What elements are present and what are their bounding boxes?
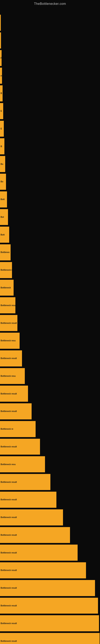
bar-text: Bottlenec xyxy=(0,251,10,253)
bar-row: Bottleneck result xyxy=(0,315,100,331)
bar-text: Bottleneck result xyxy=(0,569,17,571)
bar: B xyxy=(0,85,2,102)
bar-text: F xyxy=(0,57,1,59)
page-wrapper: TheBottlenecker.com FmBEEBBoBoBottBotBot… xyxy=(0,0,100,644)
bar: Bott xyxy=(0,226,9,243)
bar-text: E xyxy=(0,110,2,112)
bar-text: Bottleneck result xyxy=(0,534,17,536)
bar-text: Bottleneck result xyxy=(0,446,17,448)
bar: Bottleneck result xyxy=(0,350,22,366)
bar: Bottleneck resu xyxy=(0,456,45,472)
bar-text: Bottleneck resu xyxy=(0,463,16,466)
bar-text: Bottleneck resu xyxy=(0,340,16,342)
bar: Bottleneck result xyxy=(0,562,86,578)
bar xyxy=(0,15,1,31)
chart-area: FmBEEBBoBoBottBotBottBottlenecBottleneck… xyxy=(0,7,100,644)
bar-row: Bottleneck result xyxy=(0,439,100,455)
bar-row: B xyxy=(0,138,100,154)
bar-text: B xyxy=(0,145,2,148)
bar xyxy=(0,32,1,48)
bar: Bottleneck result xyxy=(0,544,78,561)
bar-row xyxy=(0,15,100,31)
bar-row: E xyxy=(0,121,100,137)
bar: Bottleneck resu xyxy=(0,333,20,349)
bar-row: Bottleneck result xyxy=(0,527,100,543)
bar-text: Bottleneck result xyxy=(0,640,17,642)
bar: Bottleneck result xyxy=(0,315,17,331)
bar: Bottleneck result xyxy=(0,386,28,402)
bar-row: Bottleneck result xyxy=(0,615,100,631)
bar-row xyxy=(0,32,100,48)
bar: B xyxy=(0,138,4,154)
bar-row: Bottleneck result xyxy=(0,386,100,402)
bar: E xyxy=(0,103,3,119)
bar-row: Bottleneck result xyxy=(0,562,100,578)
bar-row: Bottleneck xyxy=(0,280,100,296)
bar-text: Bottleneck re xyxy=(0,428,13,430)
bar-text: Bottleneck result xyxy=(0,357,17,360)
bar: Bottleneck resu xyxy=(0,297,15,313)
bar-row: Bottleneck result xyxy=(0,492,100,508)
bar-row: Bottleneck result xyxy=(0,633,100,644)
bar-text: Bottleneck result xyxy=(0,604,17,607)
bar: Bottleneck result xyxy=(0,492,56,508)
bar-row: Bottleneck result xyxy=(0,474,100,490)
bar-text: Bottleneck result xyxy=(0,622,17,624)
bar-text: Bottleneck resu xyxy=(0,375,16,377)
bar-text: Bottleneck result xyxy=(0,393,17,395)
bar-text: Bottleneck result xyxy=(0,552,17,554)
bar-text: m xyxy=(0,75,2,77)
bar: Bottleneck re xyxy=(0,262,12,278)
bar-text: Bott xyxy=(0,198,4,200)
bar: Bottleneck result xyxy=(0,527,70,543)
bar-text: Bo xyxy=(0,180,3,183)
bar: Bottlenec xyxy=(0,244,11,260)
bar: Bottleneck result xyxy=(0,615,99,631)
bar-text: Bottleneck xyxy=(0,286,11,289)
bar: Bottleneck result xyxy=(0,633,100,644)
bar: Bottleneck xyxy=(0,280,14,296)
bar-row: Bottleneck result xyxy=(0,598,100,614)
bar-row: Bo xyxy=(0,174,100,190)
bar-row: Bottleneck resu xyxy=(0,297,100,313)
bar: Bottleneck result xyxy=(0,439,40,455)
bar: Bo xyxy=(0,156,5,172)
bar-row: Bottlenec xyxy=(0,244,100,260)
bar-row: Bottleneck result xyxy=(0,544,100,561)
bar: F xyxy=(0,50,1,66)
bar-row: E xyxy=(0,103,100,119)
bar: Bottleneck result xyxy=(0,598,98,614)
bar-row: F xyxy=(0,50,100,66)
bar-text: Bottleneck result xyxy=(0,498,17,501)
site-title: TheBottlenecker.com xyxy=(0,0,100,7)
bar-text: Bottleneck result xyxy=(0,587,17,589)
bar-text: Bot xyxy=(0,216,4,218)
bar: Bottleneck resu xyxy=(0,368,25,384)
bar-text: Bottleneck re xyxy=(0,269,12,271)
bar-row: Bott xyxy=(0,192,100,208)
bar-text: Bottleneck result xyxy=(0,481,17,483)
bar-text: Bott xyxy=(0,234,4,236)
bar-row: Bottleneck resu xyxy=(0,333,100,349)
bar-row: Bottleneck resu xyxy=(0,456,100,472)
bar: Bottleneck result xyxy=(0,509,63,526)
bar-row: Bottleneck re xyxy=(0,421,100,437)
bar-row: Bottleneck resu xyxy=(0,368,100,384)
bar-text: B xyxy=(0,92,2,94)
bar-row: Bottleneck re xyxy=(0,262,100,278)
bar-row: Bottleneck result xyxy=(0,509,100,526)
bar-row: B xyxy=(0,85,100,102)
bars-container: FmBEEBBoBoBottBotBottBottlenecBottleneck… xyxy=(0,7,100,644)
bar: Bottleneck result xyxy=(0,403,32,420)
bar: E xyxy=(0,121,4,137)
bar-text: Bottleneck result xyxy=(0,516,17,518)
bar-text: Bo xyxy=(0,163,3,165)
bar: Bottleneck result xyxy=(0,474,50,490)
bar-row: Bott xyxy=(0,226,100,243)
bar: Bo xyxy=(0,174,6,190)
bar-row: Bottleneck result xyxy=(0,580,100,596)
bar-text: Bottleneck result xyxy=(0,322,17,324)
bar-row: m xyxy=(0,68,100,84)
bar-text: E xyxy=(0,128,2,130)
bar: m xyxy=(0,68,2,84)
